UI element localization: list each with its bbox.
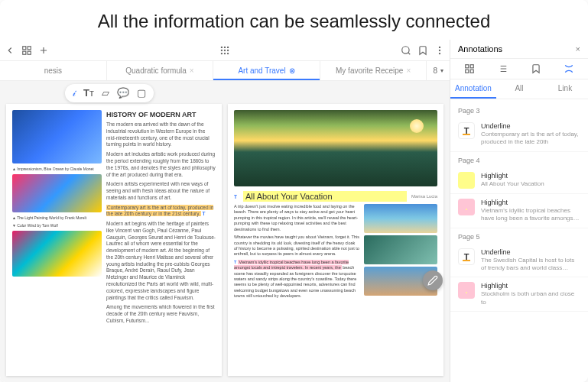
floating-toolbar: 𝒾 Tт ▱ 💬 ▢ xyxy=(65,84,154,102)
text-cursor-icon: T xyxy=(203,211,206,216)
highlight-icon: . xyxy=(458,172,475,189)
tab-all[interactable]: All xyxy=(496,79,542,99)
document-area: nesis Quadratic formula× Art and Travel⊗… xyxy=(0,40,450,382)
svg-point-5 xyxy=(224,46,226,47)
paragraph: Modern artists experimented with new way… xyxy=(106,181,216,201)
svg-rect-3 xyxy=(28,51,31,54)
section-label: Page 3 xyxy=(450,102,588,118)
text-cursor-icon: T xyxy=(234,260,236,264)
highlighted-text: Vietnam's idyllic tropical beaches have … xyxy=(234,260,349,270)
more-icon[interactable] xyxy=(434,45,445,56)
comment-icon[interactable]: 💬 xyxy=(117,87,129,99)
grid-icon[interactable] xyxy=(21,45,32,56)
annotation-item[interactable]: . HighlightVietnam's idyllic tropical be… xyxy=(450,194,588,228)
annotations-panel: Annotations × Annotation All Link Page 3… xyxy=(450,40,588,382)
svg-point-13 xyxy=(402,46,409,53)
page-left: ▲ Impressionism, Blue Ocean by Claude Mo… xyxy=(6,104,222,376)
apps-icon[interactable] xyxy=(219,45,230,56)
annotation-icon[interactable] xyxy=(564,63,574,74)
annotation-item[interactable]: T UnderlineContemporary art is the art o… xyxy=(450,118,588,152)
text-cursor-icon: T xyxy=(234,194,237,199)
new-tab-icon[interactable] xyxy=(38,45,49,56)
text-tool-icon[interactable]: Tт xyxy=(83,87,94,99)
hero-image xyxy=(234,110,437,186)
paragraph: Whatever the movies have taught you abou… xyxy=(234,235,359,257)
svg-point-7 xyxy=(221,49,223,50)
svg-point-16 xyxy=(439,52,440,53)
page-title: HISTORY OF MODERN ART xyxy=(106,110,216,119)
thumbnail-image xyxy=(364,204,437,233)
note-icon[interactable]: ▢ xyxy=(137,87,146,99)
page-right: T All About Your Vacation Marisa Lucia A… xyxy=(228,104,443,376)
section-label: Page 4 xyxy=(450,152,588,167)
paragraph: The modern era arrived with the dawn of … xyxy=(106,121,216,148)
tab-nesis[interactable]: nesis xyxy=(0,61,107,80)
underline-icon: T xyxy=(458,122,475,139)
close-icon[interactable]: ⊗ xyxy=(289,66,295,75)
grid-view-icon[interactable] xyxy=(464,63,475,74)
tab-art-travel[interactable]: Art and Travel⊗ xyxy=(213,61,320,80)
annotation-item[interactable]: T UnderlineThe Swedish Capital is host t… xyxy=(450,244,588,278)
svg-rect-0 xyxy=(23,46,26,49)
highlight-icon: . xyxy=(458,282,475,299)
image-tool-icon[interactable]: ▱ xyxy=(102,87,109,99)
bookmark-icon[interactable] xyxy=(417,45,428,56)
highlighted-text: Contemporary art is the art of today, pr… xyxy=(106,205,216,219)
panel-tabs: Annotation All Link xyxy=(450,79,588,99)
tab-quadratic[interactable]: Quadratic formula× xyxy=(107,61,214,80)
thumbnail-image xyxy=(12,231,102,277)
svg-rect-1 xyxy=(28,46,31,49)
tab-link[interactable]: Link xyxy=(542,79,588,99)
thumbnail-image xyxy=(12,110,102,163)
svg-rect-19 xyxy=(466,70,469,73)
paragraph: Among the movements which flowered in th… xyxy=(106,304,216,324)
bookmark-icon[interactable] xyxy=(531,63,541,74)
tab-count[interactable]: 8▾ xyxy=(427,61,450,80)
caption: ▲ The Light Painting World by Frank More… xyxy=(12,215,102,220)
svg-rect-20 xyxy=(470,70,473,73)
svg-point-10 xyxy=(221,52,223,53)
app-window: nesis Quadratic formula× Art and Travel⊗… xyxy=(0,40,588,382)
search-icon[interactable] xyxy=(401,45,411,56)
page-title: All About Your Vacation xyxy=(243,191,407,202)
page-spread: ▲ Impressionism, Blue Ocean by Claude Mo… xyxy=(0,81,450,382)
caption: ▲ Impressionism, Blue Ocean by Claude Mo… xyxy=(12,167,102,171)
author: Marisa Lucia xyxy=(411,194,437,199)
paragraph: TVietnam's idyllic tropical beaches have… xyxy=(234,260,359,299)
thumbnail-image xyxy=(12,174,102,212)
edit-fab[interactable] xyxy=(423,270,443,290)
svg-point-12 xyxy=(227,52,229,53)
annotation-list: Page 3 T UnderlineContemporary art is th… xyxy=(450,99,588,382)
pen-icon[interactable]: 𝒾 xyxy=(73,87,76,99)
pencil-icon xyxy=(427,275,438,286)
underline-icon: T xyxy=(458,248,475,265)
topbar xyxy=(0,40,450,61)
annotation-item[interactable]: . HighlightStockholm is both urban and c… xyxy=(450,277,588,312)
section-label: Page 5 xyxy=(450,228,588,244)
svg-rect-2 xyxy=(23,51,26,54)
svg-point-6 xyxy=(227,46,229,47)
panel-toolbar xyxy=(450,59,588,79)
svg-point-8 xyxy=(224,49,226,50)
svg-point-4 xyxy=(221,46,223,47)
caption: ▼ Color Wind by Tom Wolf xyxy=(12,223,102,228)
svg-point-15 xyxy=(439,49,440,50)
svg-point-11 xyxy=(224,52,226,53)
paragraph: A trip doesn't just involve eating incre… xyxy=(234,204,359,232)
annotation-item[interactable]: . HighlightAll About Your Vacation xyxy=(450,167,588,194)
highlight-icon: . xyxy=(458,199,475,215)
svg-rect-18 xyxy=(470,65,473,68)
hero-title: All the information can be seamlessly co… xyxy=(0,0,588,40)
panel-title: Annotations xyxy=(458,44,502,53)
tab-bar: nesis Quadratic formula× Art and Travel⊗… xyxy=(0,61,450,81)
svg-point-9 xyxy=(227,49,229,50)
paragraph: Modern art begins with the heritage of p… xyxy=(106,221,216,301)
close-icon[interactable]: × xyxy=(190,66,194,75)
tab-annotation[interactable]: Annotation xyxy=(450,79,496,99)
close-icon[interactable]: × xyxy=(576,44,580,53)
close-icon[interactable]: × xyxy=(406,66,411,75)
list-view-icon[interactable] xyxy=(497,63,508,74)
svg-point-14 xyxy=(439,46,440,47)
tab-recipe[interactable]: My favorite Receipe× xyxy=(320,61,427,80)
back-icon[interactable] xyxy=(5,45,15,56)
